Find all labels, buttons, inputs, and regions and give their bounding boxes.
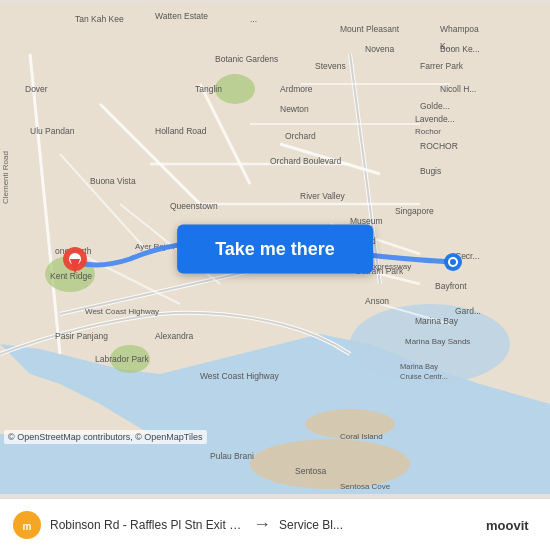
take-me-there-button[interactable]: Take me there [177, 225, 373, 274]
svg-text:Watten Estate: Watten Estate [155, 11, 208, 21]
svg-text:Kent Ridge: Kent Ridge [50, 271, 92, 281]
footer-to-label: Service Bl... [279, 518, 474, 532]
svg-text:Clementi Road: Clementi Road [1, 151, 10, 204]
svg-text:Gard...: Gard... [455, 306, 481, 316]
svg-text:Marina Bay: Marina Bay [415, 316, 459, 326]
svg-text:Farrer Park: Farrer Park [420, 61, 464, 71]
svg-text:Botanic Gardens: Botanic Gardens [215, 54, 278, 64]
moovit-logo-circle: m [12, 511, 42, 539]
svg-text:Ardmore: Ardmore [280, 84, 313, 94]
button-overlay: Take me there [177, 225, 373, 274]
svg-text:ROCHOR: ROCHOR [420, 141, 458, 151]
footer-direction-arrow: → [253, 514, 271, 535]
footer-from-label: Robinson Rd - Raffles Pl Stn Exit F (0..… [50, 518, 245, 532]
svg-text:Tanglin: Tanglin [195, 84, 222, 94]
svg-text:Rochor: Rochor [415, 127, 441, 136]
footer-bar: m Robinson Rd - Raffles Pl Stn Exit F (0… [0, 498, 550, 550]
svg-text:Orchard Boulevard: Orchard Boulevard [270, 156, 342, 166]
svg-text:Novena: Novena [365, 44, 395, 54]
svg-text:Marina Bay Sands: Marina Bay Sands [405, 337, 470, 346]
svg-text:Whampoa: Whampoa [440, 24, 479, 34]
svg-text:Newton: Newton [280, 104, 309, 114]
svg-point-87 [450, 259, 456, 265]
svg-text:...: ... [250, 14, 257, 24]
map-container: Ulu Pandan Buona Vista Clementi Road Ken… [0, 0, 550, 498]
svg-text:Alexandra: Alexandra [155, 331, 194, 341]
svg-text:Boon Ke...: Boon Ke... [440, 44, 480, 54]
svg-text:Lavende...: Lavende... [415, 114, 455, 124]
svg-text:Stevens: Stevens [315, 61, 346, 71]
svg-text:Sentosa: Sentosa [295, 466, 326, 476]
svg-text:Pulau Brani: Pulau Brani [210, 451, 254, 461]
svg-text:Bayfront: Bayfront [435, 281, 467, 291]
svg-text:Orchard: Orchard [285, 131, 316, 141]
svg-text:Sentosa Cove: Sentosa Cove [340, 482, 391, 491]
svg-text:Labrador Park: Labrador Park [95, 354, 150, 364]
svg-text:moovit: moovit [486, 518, 529, 533]
svg-text:West Coast Highway: West Coast Highway [200, 371, 279, 381]
map-attribution: © OpenStreetMap contributors, © OpenMapT… [4, 430, 207, 444]
svg-text:Dover: Dover [25, 84, 48, 94]
svg-text:Singapore: Singapore [395, 206, 434, 216]
svg-text:m: m [23, 521, 32, 532]
svg-text:Ulu Pandan: Ulu Pandan [30, 126, 75, 136]
svg-text:Mount Pleasant: Mount Pleasant [340, 24, 400, 34]
svg-text:Holland Road: Holland Road [155, 126, 207, 136]
svg-text:West Coast Highway: West Coast Highway [85, 307, 159, 316]
svg-text:Queenstown: Queenstown [170, 201, 218, 211]
svg-text:Coral Island: Coral Island [340, 432, 383, 441]
svg-text:Buona Vista: Buona Vista [90, 176, 136, 186]
app: Ulu Pandan Buona Vista Clementi Road Ken… [0, 0, 550, 550]
svg-text:Bugis: Bugis [420, 166, 441, 176]
svg-text:Anson: Anson [365, 296, 389, 306]
svg-text:Pasir Panjang: Pasir Panjang [55, 331, 108, 341]
svg-text:River Valley: River Valley [300, 191, 345, 201]
svg-text:Cruise Centr...: Cruise Centr... [400, 372, 448, 381]
svg-text:Tan Kah Kee: Tan Kah Kee [75, 14, 124, 24]
moovit-text-logo: moovit [486, 515, 538, 535]
svg-text:Marina Bay: Marina Bay [400, 362, 438, 371]
svg-text:Nicoll H...: Nicoll H... [440, 84, 476, 94]
svg-text:Golde...: Golde... [420, 101, 450, 111]
